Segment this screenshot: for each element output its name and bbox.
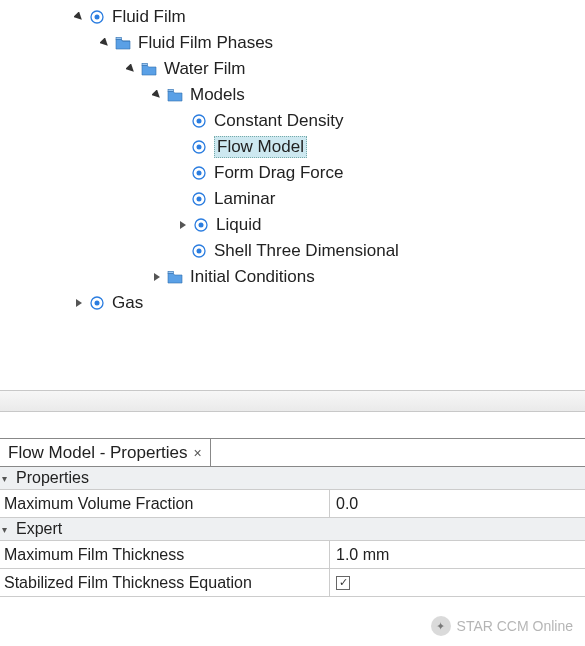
tree-item-gas[interactable]: Gas (0, 290, 585, 316)
tree-item-fluid-film[interactable]: Fluid Film (0, 4, 585, 30)
watermark-text: STAR CCM Online (457, 618, 573, 634)
panel-divider[interactable] (0, 390, 585, 412)
property-value[interactable]: ✓ (330, 569, 585, 596)
expand-toggle[interactable] (98, 36, 112, 50)
svg-point-8 (197, 145, 202, 150)
tree-label: Gas (112, 293, 143, 313)
svg-rect-17 (168, 271, 174, 273)
svg-rect-2 (116, 37, 122, 39)
svg-point-10 (197, 171, 202, 176)
module-icon (88, 294, 106, 312)
tree-item-water-film[interactable]: Water Film (0, 56, 585, 82)
tree-label: Fluid Film (112, 7, 186, 27)
property-row-max-volume-fraction: Maximum Volume Fraction 0.0 (0, 490, 585, 518)
tree-item-shell-three-dimensional[interactable]: Shell Three Dimensional (0, 238, 585, 264)
tree-label: Initial Conditions (190, 267, 315, 287)
close-icon[interactable]: × (194, 445, 202, 461)
section-title: Properties (16, 469, 89, 487)
svg-point-12 (197, 197, 202, 202)
tree-label: Models (190, 85, 245, 105)
module-icon (190, 112, 208, 130)
tree-label: Laminar (214, 189, 275, 209)
tree-item-flow-model[interactable]: Flow Model (0, 134, 585, 160)
expand-toggle[interactable] (124, 62, 138, 76)
property-name: Stabilized Film Thickness Equation (0, 569, 330, 596)
svg-rect-3 (142, 63, 148, 65)
tree-item-liquid[interactable]: Liquid (0, 212, 585, 238)
property-value[interactable]: 1.0 mm (330, 541, 585, 568)
folder-icon (114, 34, 132, 52)
tree-item-initial-conditions[interactable]: Initial Conditions (0, 264, 585, 290)
folder-icon (166, 268, 184, 286)
svg-point-16 (197, 249, 202, 254)
module-icon (88, 8, 106, 26)
property-row-max-film-thickness: Maximum Film Thickness 1.0 mm (0, 541, 585, 569)
svg-point-6 (197, 119, 202, 124)
tab-flow-model-properties[interactable]: Flow Model - Properties × (0, 439, 211, 466)
properties-tab-bar: Flow Model - Properties × (0, 438, 585, 467)
tree-item-laminar[interactable]: Laminar (0, 186, 585, 212)
expand-toggle[interactable] (150, 88, 164, 102)
expand-toggle[interactable] (72, 10, 86, 24)
svg-rect-4 (168, 89, 174, 91)
watermark: ✦ STAR CCM Online (431, 616, 573, 636)
property-name: Maximum Film Thickness (0, 541, 330, 568)
expand-toggle[interactable] (72, 296, 86, 310)
section-header-properties[interactable]: ▾ Properties (0, 467, 585, 490)
svg-point-19 (95, 301, 100, 306)
watermark-icon: ✦ (431, 616, 451, 636)
property-value[interactable]: 0.0 (330, 490, 585, 517)
tree-item-form-drag-force[interactable]: Form Drag Force (0, 160, 585, 186)
tree-item-constant-density[interactable]: Constant Density (0, 108, 585, 134)
module-icon (190, 164, 208, 182)
svg-point-14 (199, 223, 204, 228)
svg-point-1 (95, 15, 100, 20)
section-header-expert[interactable]: ▾ Expert (0, 518, 585, 541)
tree-label: Water Film (164, 59, 246, 79)
expand-toggle[interactable] (176, 218, 190, 232)
model-tree[interactable]: Fluid Film Fluid Film Phases Water Film … (0, 0, 585, 390)
tree-label: Fluid Film Phases (138, 33, 273, 53)
folder-icon (140, 60, 158, 78)
tree-item-models[interactable]: Models (0, 82, 585, 108)
caret-down-icon: ▾ (2, 473, 14, 484)
module-icon (190, 190, 208, 208)
folder-icon (166, 86, 184, 104)
property-name: Maximum Volume Fraction (0, 490, 330, 517)
tree-label: Flow Model (214, 136, 307, 158)
tab-title: Flow Model - Properties (8, 443, 188, 463)
tree-label: Form Drag Force (214, 163, 343, 183)
module-icon (190, 138, 208, 156)
tree-item-fluid-film-phases[interactable]: Fluid Film Phases (0, 30, 585, 56)
tree-label: Liquid (216, 215, 261, 235)
expand-toggle[interactable] (150, 270, 164, 284)
panel-gap (0, 412, 585, 438)
tree-label: Constant Density (214, 111, 343, 131)
caret-down-icon: ▾ (2, 524, 14, 535)
property-row-stabilized-equation: Stabilized Film Thickness Equation ✓ (0, 569, 585, 597)
module-icon (190, 242, 208, 260)
tree-label: Shell Three Dimensional (214, 241, 399, 261)
module-icon (192, 216, 210, 234)
checkbox-checked-icon[interactable]: ✓ (336, 576, 350, 590)
section-title: Expert (16, 520, 62, 538)
